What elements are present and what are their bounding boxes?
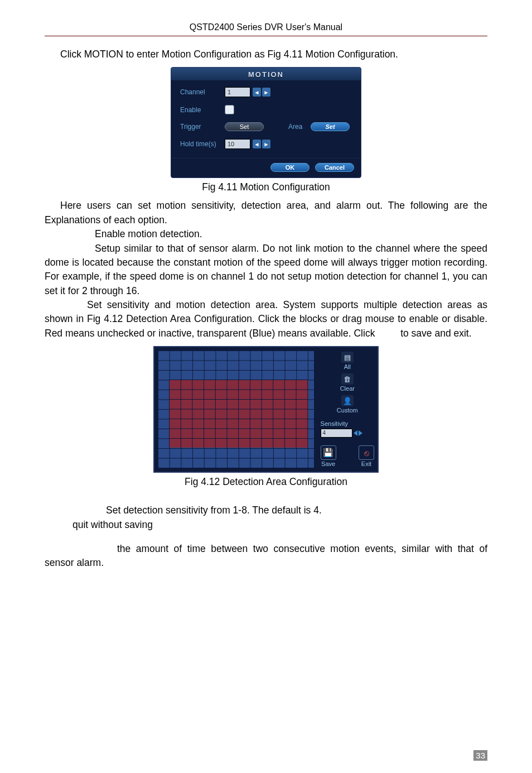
paragraph: Setup similar to that of sensor alarm. D… — [45, 242, 487, 299]
figure-caption: Fig 4.11 Motion Configuration — [45, 181, 487, 193]
all-icon: ▤ — [341, 352, 354, 363]
ok-button[interactable]: OK — [270, 163, 309, 172]
all-button[interactable]: ▤ All — [321, 352, 374, 370]
area-set-button[interactable]: Set — [311, 122, 350, 131]
detection-inactive-zone — [169, 380, 308, 448]
holdtime-input[interactable]: 10 — [225, 139, 250, 149]
page-number: 33 — [473, 750, 487, 761]
save-button[interactable]: 💾 Save — [321, 445, 336, 467]
area-label: Area — [288, 123, 311, 131]
clear-label: Clear — [340, 385, 355, 392]
detection-area-dialog: ▤ All 🗑 Clear 👤 Custom Sensitivity — [153, 346, 379, 473]
exit-icon: ⎋ — [359, 445, 374, 460]
exit-button[interactable]: ⎋ Exit — [359, 445, 374, 467]
paragraph: Set detection sensitivity from 1-8. The … — [45, 503, 487, 517]
custom-button[interactable]: 👤 Custom — [321, 395, 374, 414]
figure-caption: Fig 4.12 Detection Area Configuration — [45, 476, 487, 488]
paragraph: Click MOTION to enter Motion Configurati… — [45, 47, 487, 61]
channel-decrement-icon[interactable]: ◄ — [253, 88, 261, 97]
trigger-set-button[interactable]: Set — [225, 122, 264, 131]
holdtime-label: Hold time(s) — [180, 140, 225, 148]
detection-grid[interactable] — [158, 351, 314, 468]
dialog-title: MOTION — [171, 68, 361, 80]
custom-label: Custom — [337, 407, 358, 414]
clear-button[interactable]: 🗑 Clear — [321, 373, 374, 392]
paragraph: Set sensitivity and motion detection are… — [45, 298, 487, 340]
paragraph-text: to save and exit. — [400, 328, 471, 339]
clear-icon: 🗑 — [341, 373, 354, 385]
holdtime-decrement-icon[interactable]: ◄ — [253, 140, 261, 148]
cancel-button[interactable]: Cancel — [315, 163, 354, 172]
page-header: QSTD2400 Series DVR User's Manual — [45, 22, 487, 36]
exit-label: Exit — [361, 460, 371, 467]
paragraph: Here users can set motion sensitivity, d… — [45, 199, 487, 227]
sensitivity-decrement-icon[interactable] — [354, 430, 357, 436]
custom-icon: 👤 — [341, 395, 354, 406]
sensitivity-label: Sensitivity — [321, 420, 374, 427]
trigger-label: Trigger — [180, 123, 225, 131]
paragraph: the amount of time between two consecuti… — [45, 542, 487, 570]
save-label: Save — [321, 460, 335, 467]
all-label: All — [344, 363, 351, 370]
motion-dialog: MOTION Channel 1 ◄ ► Enable Trigger Se — [171, 67, 361, 178]
sensitivity-input[interactable]: 4 — [321, 429, 352, 438]
paragraph: quit without saving — [45, 518, 487, 532]
sensitivity-increment-icon[interactable] — [359, 430, 362, 436]
channel-input[interactable]: 1 — [225, 87, 250, 97]
channel-label: Channel — [180, 88, 225, 96]
enable-label: Enable — [180, 106, 225, 114]
paragraph: Enable motion detection. — [45, 227, 487, 241]
channel-increment-icon[interactable]: ► — [262, 88, 270, 97]
save-icon: 💾 — [321, 445, 336, 460]
holdtime-increment-icon[interactable]: ► — [262, 140, 270, 148]
enable-checkbox[interactable] — [225, 105, 234, 114]
